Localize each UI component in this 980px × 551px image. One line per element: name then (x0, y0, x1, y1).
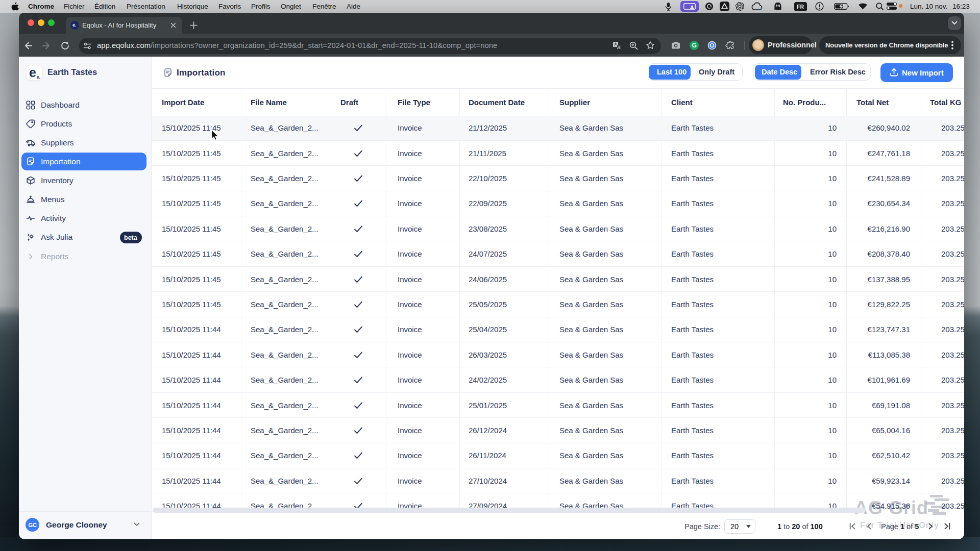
svg-text:e.: e. (37, 74, 41, 80)
svg-text:e: e (29, 65, 36, 80)
